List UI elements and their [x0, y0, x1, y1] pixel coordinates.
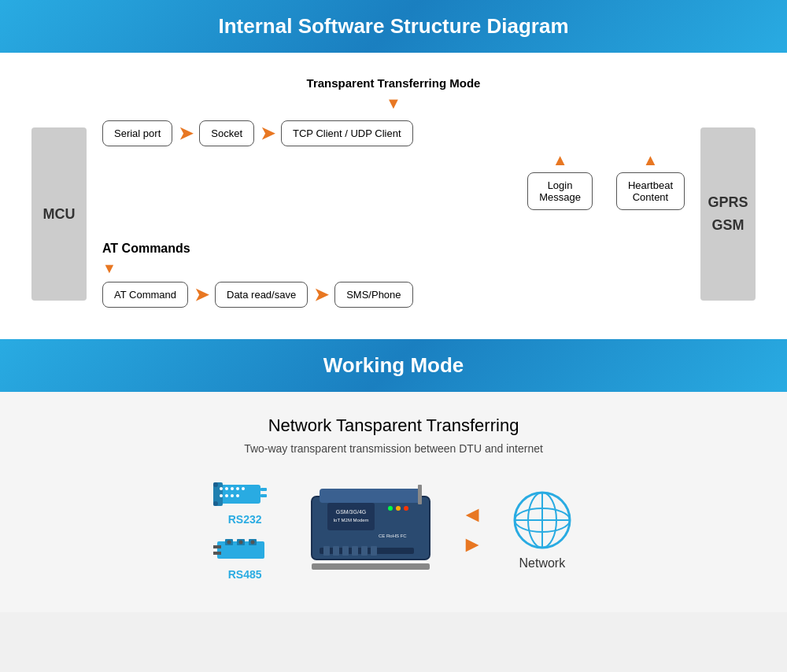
socket-box: Socket — [199, 120, 254, 146]
arrow1: ➤ — [179, 124, 193, 144]
rs485-icon — [213, 537, 276, 565]
svg-rect-40 — [418, 485, 422, 504]
svg-point-23 — [251, 541, 255, 545]
heartbeat-text: Heartbeat Content — [628, 179, 673, 203]
transparent-flow-row: Serial port ➤ Socket ➤ TCP Client / UDP … — [102, 120, 685, 146]
svg-point-7 — [220, 494, 223, 497]
svg-rect-34 — [323, 546, 330, 556]
section1-title: Internal Software Structure Diagram — [0, 14, 787, 39]
network-title: Network Tansparent Transferring — [31, 415, 756, 436]
login-box: Login Message — [527, 172, 593, 210]
section1-body: Transparent Transferring Mode ▼ MCU Seri… — [0, 53, 787, 339]
diagram-container: MCU Serial port ➤ Socket ➤ TCP Client / … — [31, 120, 756, 308]
working-diagram: RS232 — [31, 478, 756, 581]
mcu-box: MCU — [31, 127, 87, 301]
arrow3: ➤ — [194, 285, 209, 305]
transparent-mode-label: Transparent Transferring Mode — [31, 76, 756, 90]
svg-point-10 — [236, 487, 239, 490]
login-text: Login Message — [539, 179, 581, 203]
svg-rect-36 — [342, 546, 349, 556]
down-arrow-at: ▼ — [102, 260, 116, 277]
sub-boxes-row: ▲ Login Message ▲ Heartbeat Content — [102, 151, 685, 210]
arrow-right-icon: ► — [461, 532, 483, 557]
svg-point-12 — [242, 487, 245, 490]
svg-point-32 — [404, 506, 408, 511]
svg-rect-42 — [312, 563, 430, 570]
svg-rect-1 — [260, 488, 267, 491]
svg-rect-38 — [361, 546, 368, 556]
rs232-label: RS232 — [228, 513, 262, 526]
up-arrow-login: ▲ — [552, 151, 568, 169]
mcu-label: MCU — [43, 206, 76, 223]
rs485-item: RS485 — [213, 537, 276, 581]
device-icon: GSM/3G/4G IoT M2M Modem CE RoHS FC — [304, 481, 438, 575]
svg-rect-16 — [213, 545, 221, 548]
heartbeat-col: ▲ Heartbeat Content — [616, 151, 685, 210]
svg-point-6 — [231, 487, 234, 490]
at-commands-block: AT Commands ▼ AT Command ➤ Data read/sav… — [102, 242, 685, 308]
svg-rect-17 — [213, 552, 221, 555]
svg-point-14 — [213, 501, 218, 506]
svg-text:IoT M2M Modem: IoT M2M Modem — [334, 518, 369, 522]
svg-point-31 — [396, 506, 401, 511]
svg-point-13 — [213, 482, 218, 487]
svg-rect-27 — [327, 503, 375, 530]
data-read-save-box: Data read/save — [215, 282, 308, 308]
svg-rect-39 — [371, 546, 377, 556]
network-group: Network — [507, 489, 578, 570]
svg-text:CE RoHS FC: CE RoHS FC — [379, 534, 407, 538]
at-command-box: AT Command — [102, 282, 188, 308]
svg-rect-37 — [352, 546, 358, 556]
transparent-flow-section: Serial port ➤ Socket ➤ TCP Client / UDP … — [102, 120, 685, 210]
serial-group: RS232 — [209, 478, 280, 581]
at-commands-label: AT Commands — [102, 242, 190, 256]
gprs-box: GPRS GSM — [700, 127, 756, 301]
up-arrow-heartbeat: ▲ — [643, 151, 659, 169]
arrow-left: ◄ — [461, 502, 483, 527]
rs232-item: RS232 — [209, 478, 280, 526]
rs485-label: RS485 — [228, 568, 262, 581]
svg-point-30 — [388, 506, 393, 511]
svg-point-5 — [225, 487, 228, 490]
device-container: GSM/3G/4G IoT M2M Modem CE RoHS FC — [304, 481, 438, 578]
login-col: ▲ Login Message — [527, 151, 593, 210]
svg-rect-2 — [260, 494, 267, 497]
svg-point-4 — [220, 487, 223, 490]
section1-header: Internal Software Structure Diagram — [0, 0, 787, 53]
network-subtitle: Two-way transparent transmission between… — [31, 442, 756, 455]
serial-port-box: Serial port — [102, 120, 172, 146]
svg-point-21 — [227, 541, 231, 545]
svg-rect-0 — [217, 485, 260, 504]
svg-rect-35 — [333, 546, 339, 556]
svg-point-9 — [231, 494, 234, 497]
tcp-udp-box: TCP Client / UDP Client — [281, 120, 413, 146]
arrow2: ➤ — [260, 124, 275, 144]
network-cloud-icon — [507, 489, 578, 552]
section2-header: Working Mode — [0, 339, 787, 392]
svg-rect-26 — [320, 489, 422, 503]
middle-area: Serial port ➤ Socket ➤ TCP Client / UDP … — [87, 120, 700, 308]
down-arrow-transparent: ▼ — [31, 94, 756, 113]
svg-text:GSM/3G/4G: GSM/3G/4G — [336, 509, 367, 515]
section2-title: Working Mode — [0, 353, 787, 378]
svg-point-11 — [236, 494, 239, 497]
section2-body: Network Tansparent Transferring Two-way … — [0, 392, 787, 612]
at-flow-row: AT Command ➤ Data read/save ➤ SMS/Phone — [102, 282, 413, 308]
gprs-label: GPRS GSM — [708, 191, 748, 237]
double-arrow: ◄ ► — [461, 502, 483, 557]
svg-point-22 — [239, 541, 243, 545]
rs232-icon — [209, 478, 280, 510]
network-label: Network — [519, 556, 566, 570]
heartbeat-box: Heartbeat Content — [616, 172, 685, 210]
sms-phone-box: SMS/Phone — [334, 282, 412, 308]
arrow4: ➤ — [314, 285, 328, 305]
svg-point-8 — [225, 494, 228, 497]
